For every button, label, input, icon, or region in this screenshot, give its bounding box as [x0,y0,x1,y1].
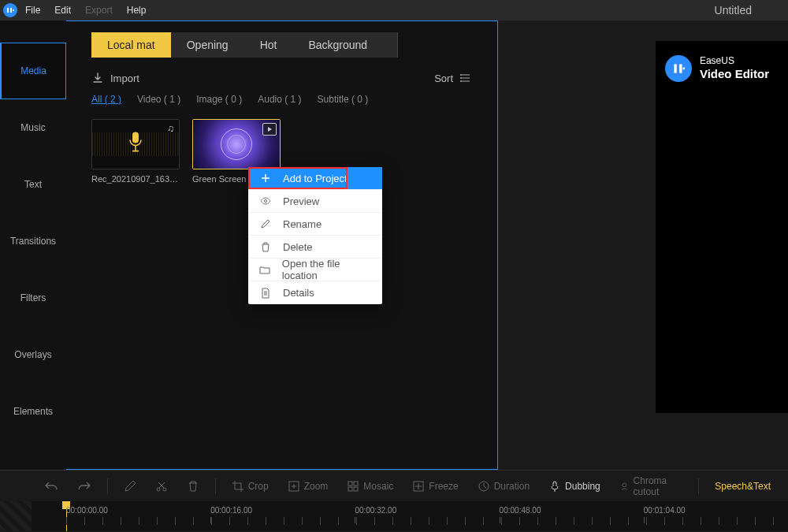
preview-panel: EaseUS Video Editor Aspect ratio 16 : 9 [498,20,788,470]
svg-point-12 [157,488,160,491]
tab-opening[interactable]: Opening [171,32,244,58]
timeline-tick: 00:00:16.00 [210,506,355,515]
svg-rect-18 [354,487,358,491]
sort-icon [459,72,472,84]
sort-label: Sort [434,73,453,84]
svg-rect-1 [10,8,12,13]
sort-button[interactable]: Sort [434,72,472,84]
freeze-button[interactable]: Freeze [406,480,464,493]
import-label: Import [110,73,139,84]
sidebar-item-music[interactable]: Music [0,99,66,156]
svg-point-22 [623,483,626,487]
main-area: Media Music Text Transitions Filters Ove… [0,20,788,470]
crop-button[interactable]: Crop [225,480,275,493]
svg-rect-15 [348,482,352,485]
chroma-button[interactable]: Chroma cutout [613,475,690,497]
menu-file[interactable]: File [25,5,40,16]
sidebar-item-overlays[interactable]: Overlays [0,326,66,383]
tab-background[interactable]: Background [292,32,398,58]
ctx-delete[interactable]: Delete [248,236,382,259]
filter-audio[interactable]: Audio ( 1 ) [258,94,301,105]
ctx-add-to-project[interactable]: Add to Project [248,167,382,190]
preview-canvas [656,41,788,413]
svg-rect-16 [354,482,358,485]
eye-icon [259,195,272,206]
timeline-tick: 00:00:48.00 [500,506,644,515]
mosaic-button[interactable]: Mosaic [340,480,400,493]
svg-rect-7 [674,64,676,73]
sidebar-item-transitions[interactable]: Transitions [0,213,66,270]
menu-help[interactable]: Help [127,5,147,16]
sidebar-item-elements[interactable]: Elements [0,383,66,440]
ctx-open-location[interactable]: Open the file location [248,259,382,281]
svg-point-11 [264,199,266,202]
import-icon [91,72,104,84]
filter-image[interactable]: Image ( 0 ) [196,94,242,105]
app-logo-icon [3,3,17,17]
plus-icon [259,173,272,184]
brand-logo-icon [665,55,692,82]
media-item-caption: Rec_20210907_1635... [91,174,180,184]
split-button[interactable] [149,480,174,493]
pencil-button[interactable] [117,480,143,493]
tab-local[interactable]: Local mat [91,32,171,58]
filter-subtitle[interactable]: Subtitle ( 0 ) [318,94,369,105]
svg-point-5 [460,80,462,82]
undo-button[interactable] [38,479,65,493]
brand-watermark: EaseUS Video Editor [665,55,769,82]
import-button[interactable]: Import [91,72,139,84]
timeline-tick: 00:00:00.00 [66,506,210,515]
svg-point-4 [460,77,462,79]
sidebar-item-text[interactable]: Text [0,156,66,213]
brand-line2: Video Editor [700,67,769,80]
sidebar-item-media[interactable]: Media [0,43,66,99]
duration-button[interactable]: Duration [471,480,536,493]
ctx-details[interactable]: Details [248,281,382,304]
svg-point-2 [13,9,14,11]
speech-text-button[interactable]: Speech&Text [708,481,777,492]
folder-icon [259,264,271,275]
timeline-tick: 00:01:04.00 [644,506,788,515]
timeline-tick: 00:00:32.00 [355,506,499,515]
trash-icon [259,241,272,252]
sidebar-item-filters[interactable]: Filters [0,270,66,326]
dubbing-button[interactable]: Dubbing [542,480,607,493]
filter-video[interactable]: Video ( 1 ) [137,94,180,105]
media-item[interactable]: ♫ Rec_20210907_1635... [91,119,180,184]
tab-hot[interactable]: Hot [244,32,293,58]
redo-button[interactable] [71,479,98,493]
filter-all[interactable]: All ( 2 ) [91,94,121,105]
document-icon [259,288,272,299]
svg-point-3 [460,74,462,76]
edit-toolbar: Crop Zoom Mosaic Freeze Duration Dubbing… [0,470,788,501]
menubar: File Edit Export Help Untitled [0,0,788,20]
zoom-button[interactable]: Zoom [281,480,335,493]
svg-rect-17 [348,487,352,491]
menu-edit[interactable]: Edit [54,5,71,16]
brand-line1: EaseUS [700,56,769,67]
source-tabs: Local mat Opening Hot Background [91,32,497,58]
pencil-icon [259,218,272,229]
context-menu: Add to Project Preview Rename Delete Ope… [248,167,382,304]
media-filter-row: All ( 2 ) Video ( 1 ) Image ( 0 ) Audio … [91,94,497,105]
svg-rect-8 [679,64,682,73]
sidebar: Media Music Text Transitions Filters Ove… [0,20,66,470]
svg-rect-0 [7,8,9,13]
timeline-track-header [0,501,32,531]
window-title: Untitled [715,4,752,17]
svg-point-13 [163,488,166,491]
music-note-icon: ♫ [167,123,174,134]
video-icon [262,123,277,136]
delete-button[interactable] [180,480,206,493]
svg-point-9 [682,68,685,70]
ctx-rename[interactable]: Rename [248,213,382,236]
svg-rect-6 [132,132,139,143]
ctx-preview[interactable]: Preview [248,190,382,213]
timeline[interactable]: 00:00:00.00 00:00:16.00 00:00:32.00 00:0… [0,501,788,531]
microphone-icon [126,131,145,154]
menu-export[interactable]: Export [85,5,113,16]
